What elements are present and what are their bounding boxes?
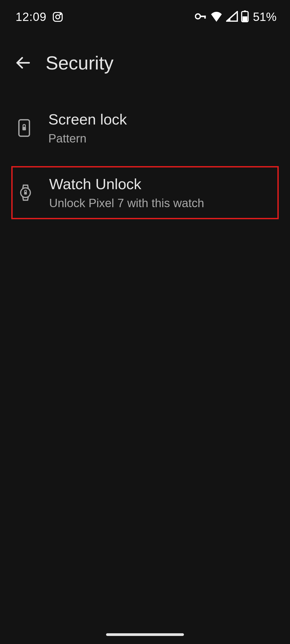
vpn-key-icon: [195, 13, 207, 21]
svg-rect-8: [242, 16, 247, 21]
instagram-icon: [52, 11, 64, 23]
arrow-left-icon: [15, 55, 30, 71]
setting-title: Screen lock: [48, 110, 127, 128]
app-header: Security: [0, 31, 290, 85]
svg-point-3: [195, 14, 200, 19]
setting-subtitle: Unlock Pixel 7 with this watch: [49, 196, 204, 210]
setting-title: Watch Unlock: [49, 175, 204, 193]
status-bar: 12:09: [0, 0, 290, 31]
svg-rect-11: [22, 127, 26, 130]
setting-content: Screen lock Pattern: [48, 110, 127, 146]
svg-point-1: [56, 15, 60, 19]
status-left: 12:09: [16, 10, 64, 24]
svg-point-2: [60, 14, 61, 15]
watch-lock-icon: [17, 185, 34, 201]
battery-percent: 51%: [253, 10, 277, 24]
svg-rect-7: [244, 10, 246, 12]
back-button[interactable]: [13, 54, 32, 72]
page-title: Security: [46, 52, 114, 74]
gesture-navigation-bar[interactable]: [106, 633, 184, 636]
battery-icon: [241, 10, 249, 23]
svg-rect-13: [24, 192, 27, 195]
phone-lock-icon: [16, 120, 32, 136]
status-right: 51%: [195, 10, 277, 24]
wifi-icon: [210, 11, 223, 23]
setting-item-watch-unlock[interactable]: Watch Unlock Unlock Pixel 7 with this wa…: [11, 166, 279, 219]
svg-rect-5: [204, 16, 206, 19]
setting-item-screen-lock[interactable]: Screen lock Pattern: [0, 101, 290, 155]
setting-subtitle: Pattern: [48, 131, 127, 146]
cellular-signal-icon: [226, 11, 238, 23]
settings-list: Screen lock Pattern Watch Unlock Unlock …: [0, 85, 290, 219]
status-time: 12:09: [16, 10, 46, 24]
setting-content: Watch Unlock Unlock Pixel 7 with this wa…: [49, 175, 204, 210]
